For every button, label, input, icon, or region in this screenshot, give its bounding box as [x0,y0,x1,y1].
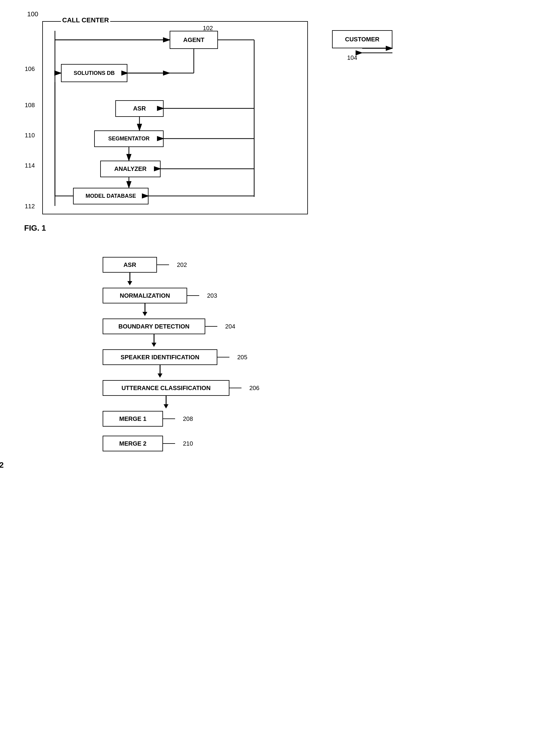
ref-202: 202 [177,261,187,269]
ref-tick [157,264,169,266]
fig2-norm-label: NORMALIZATION [120,292,170,299]
ref-tick [163,419,175,420]
ref-106: 106 [25,66,35,72]
ref-204: 204 [225,323,235,330]
fig2-asr-box: ASR [103,257,157,273]
ref-100: 100 [27,10,38,18]
arrow-speaker-to-utterance [103,365,217,380]
fig2-diagram: ASR 202 NORMALIZATION 203 BOUNDARY DETEC [42,257,535,470]
ref-112: 112 [25,203,35,210]
fig2-row-utterance: UTTERANCE CLASSIFICATION 206 [103,380,314,396]
fig2-bound-box: BOUNDARY DETECTION [103,318,205,334]
fig2-merge1-label: MERGE 1 [119,415,146,423]
fig2-merge1-box: MERGE 1 [103,411,163,427]
ref-208: 208 [183,415,193,423]
fig2-row-merge1: MERGE 1 208 [103,411,314,427]
fig2-speaker-box: SPEAKER IDENTIFICATION [103,349,217,365]
ref-tick [205,326,217,327]
fig2-ref-204-line: 204 [205,323,235,330]
fig2-bound-label: BOUNDARY DETECTION [118,323,189,330]
ref-203: 203 [207,292,217,299]
fig2-gap [103,427,314,436]
arrow-bound-to-speaker [103,334,205,349]
ref-114: 114 [25,162,35,169]
ref-206: 206 [249,385,259,392]
ref-205: 205 [237,354,247,361]
fig2-row-speaker: SPEAKER IDENTIFICATION 205 [103,349,314,365]
fig2-utterance-label: UTTERANCE CLASSIFICATION [122,385,211,392]
arrow-utterance-to-merge1 [103,396,229,411]
fig2-ref-208-line: 208 [163,415,193,423]
fig2-ref-202-line: 202 [157,261,187,269]
fig2-caption: FIG. 2 [0,460,535,470]
arrow-asr-to-norm [103,273,157,288]
ref-110: 110 [25,132,35,139]
fig2-flow: ASR 202 NORMALIZATION 203 BOUNDARY DETEC [103,257,314,451]
fig2-ref-203-line: 203 [187,292,217,299]
fig1-outer-arrows [42,21,404,238]
fig2-row-bound: BOUNDARY DETECTION 204 [103,318,314,334]
ref-tick [163,443,175,444]
fig1-diagram: 100 CUSTOMER 104 CALL CENTER 102 AGENT 1… [42,21,374,214]
ref-tick [217,357,229,358]
ref-tick [187,295,199,296]
fig2-merge2-label: MERGE 2 [119,440,146,447]
fig2-row-asr: ASR 202 [103,257,314,273]
arrow-norm-to-bound [103,303,187,318]
ref-210: 210 [183,440,193,447]
fig2-asr-label: ASR [124,261,136,269]
fig2-speaker-label: SPEAKER IDENTIFICATION [121,354,200,361]
ref-tick [229,388,241,389]
fig2-ref-206-line: 206 [229,385,259,392]
fig2-norm-box: NORMALIZATION [103,288,187,303]
fig2-ref-205-line: 205 [217,354,247,361]
fig2-merge2-box: MERGE 2 [103,436,163,451]
fig2-row-merge2: MERGE 2 210 [103,436,314,451]
fig2-utterance-box: UTTERANCE CLASSIFICATION [103,380,229,396]
ref-108: 108 [25,102,35,109]
fig2-row-norm: NORMALIZATION 203 [103,288,314,303]
fig2-ref-210-line: 210 [163,440,193,447]
